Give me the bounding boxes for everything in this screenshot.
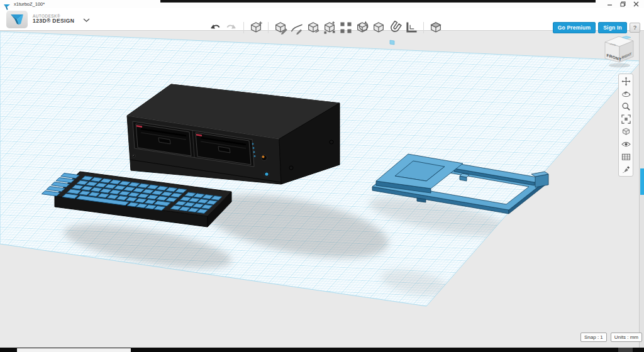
close-button[interactable] <box>632 1 640 8</box>
vertical-scrollbar[interactable] <box>639 30 644 348</box>
scene-canvas[interactable]: FRONT RIGHT TOP <box>0 30 644 348</box>
snap-setting[interactable]: Snap : 1 <box>580 333 607 342</box>
window-title: x1turboZ_100* <box>14 1 45 7</box>
sketch-tool-button[interactable] <box>273 19 288 36</box>
modify-tool-button[interactable] <box>306 19 321 36</box>
help-button[interactable]: ? <box>630 23 640 33</box>
chevron-down-icon[interactable] <box>83 14 90 25</box>
material-tool-button[interactable] <box>428 19 443 36</box>
taskbar-strip <box>0 348 644 352</box>
brand-product: 123D® DESIGN <box>33 18 74 24</box>
brand[interactable]: AUTODESK® 123D® DESIGN <box>6 11 90 28</box>
pattern-tool-button[interactable] <box>322 19 337 36</box>
distant-marker[interactable] <box>390 40 394 45</box>
main-toolbar <box>208 16 443 38</box>
undo-button[interactable] <box>208 19 223 36</box>
zoom-tool-button[interactable] <box>621 101 631 111</box>
case-logo <box>265 172 268 175</box>
restore-button[interactable] <box>619 1 627 8</box>
appbar: AUTODESK® 123D® DESIGN <box>0 8 644 31</box>
go-premium-button[interactable]: Go Premium <box>553 22 596 33</box>
visual-style-button[interactable] <box>621 126 631 136</box>
taskbar-light-segment <box>17 348 131 352</box>
redo-button[interactable] <box>224 19 239 36</box>
sign-in-button[interactable]: Sign In <box>598 22 627 33</box>
grid-settings-button[interactable] <box>621 151 631 162</box>
status-bar: Snap : 1 Units : mm <box>580 333 642 342</box>
taskbar-gray-segment <box>618 348 633 352</box>
power-button <box>262 155 267 161</box>
ruler-tool-button[interactable] <box>404 19 419 36</box>
minimize-button[interactable] <box>606 1 614 8</box>
snap-tool-button[interactable] <box>371 19 386 36</box>
app-logo-icon <box>4 1 10 13</box>
toolbar-separator <box>423 22 424 33</box>
grouping-tool-button[interactable] <box>338 19 353 36</box>
computer-case-model[interactable] <box>127 84 340 184</box>
app-window: x1turboZ_100* AUTODESK® 123D® DESIGN <box>0 0 644 352</box>
primitives-tool-button[interactable] <box>248 19 264 36</box>
brand-logo-icon <box>6 11 28 28</box>
toolbar-separator <box>268 22 269 33</box>
top-black-strip <box>160 0 596 3</box>
viewport[interactable]: FRONT RIGHT TOP <box>0 30 644 348</box>
units-setting[interactable]: Units : mm <box>611 333 642 342</box>
material-brush-button[interactable] <box>621 164 631 174</box>
measure-tool-button[interactable] <box>387 19 402 36</box>
visibility-button[interactable] <box>621 139 631 149</box>
fit-tool-button[interactable] <box>621 114 631 124</box>
combine-tool-button[interactable] <box>355 19 370 36</box>
pan-tool-button[interactable] <box>621 76 631 86</box>
toolbar-separator <box>243 22 244 33</box>
orbit-tool-button[interactable] <box>621 89 631 99</box>
scrollbar-thumb[interactable] <box>640 168 644 195</box>
account-area: Go Premium Sign In ? <box>553 16 640 38</box>
construct-tool-button[interactable] <box>289 19 304 36</box>
window-controls <box>606 1 640 8</box>
view-navbar <box>618 74 633 177</box>
